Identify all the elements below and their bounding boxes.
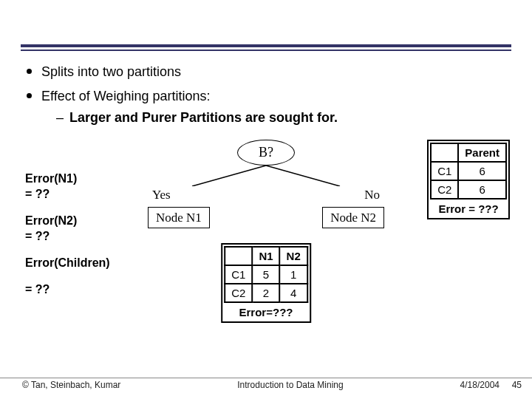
child-r2c2: 2 [252,284,279,302]
error-children-label: Error(Children) [25,256,110,269]
children-footer: Error=??? [224,304,308,320]
svg-line-1 [266,166,340,186]
error-n2-label: Error(N2) [25,214,77,227]
branch-lines-icon [177,166,355,186]
bullet-1-text: Splits into two partitions [41,64,181,79]
parent-th-blank [431,143,458,162]
child-r1c3: 1 [280,265,307,284]
parent-r2c2: 6 [458,180,506,199]
sub-bullet: –Larger and Purer Partitions are sought … [41,109,507,127]
root-node: B? [237,140,295,166]
parent-r1c1: C1 [431,162,458,180]
error-n1-value: = ?? [25,188,50,200]
error-n2-value: = ?? [25,230,50,242]
footer-title: Introduction to Data Mining [185,380,396,390]
bullet-1: Splits into two partitions [25,63,507,81]
decision-tree: B? Yes No Node N1 Node N2 [148,140,384,229]
svg-line-0 [192,166,266,186]
error-children-value: = ?? [25,283,50,296]
child-th-n1: N1 [252,247,279,265]
child-th-n2: N2 [280,247,307,265]
children-table: N1 N2 C1 5 1 C2 2 4 Error=??? [221,243,311,323]
parent-r2c1: C2 [431,180,458,199]
child-r2c1: C2 [225,284,252,302]
footer-page-number: 45 [499,380,522,390]
parent-th: Parent [458,143,506,162]
parent-footer: Error = ??? [430,201,507,216]
bullet-2: Effect of Weighing partitions: –Larger a… [25,87,507,127]
footer-date: 4/18/2004 [396,380,499,390]
child-r2c3: 4 [280,284,307,302]
parent-r1c2: 6 [458,162,506,180]
child-th-blank [225,247,252,265]
slide-footer: © Tan, Steinbach, Kumar Introduction to … [0,378,532,390]
right-leaf-node: Node N2 [322,207,384,229]
dash-icon: – [56,110,64,125]
child-r1c1: C1 [225,265,252,284]
child-r1c2: 5 [252,265,279,284]
error-n1-label: Error(N1) [25,172,77,185]
parent-table: Parent C1 6 C2 6 Error = ??? [427,140,510,219]
branch-left-label: Yes [152,186,171,204]
error-labels: Error(N1) = ?? Error(N2) = ?? Error(Chil… [25,171,110,308]
footer-copyright: © Tan, Steinbach, Kumar [22,380,185,390]
sub-bullet-text: Larger and Purer Partitions are sought f… [69,110,338,125]
bullet-2-text: Effect of Weighing partitions: [41,89,210,103]
left-leaf-node: Node N1 [148,207,210,229]
branch-right-label: No [364,186,380,204]
